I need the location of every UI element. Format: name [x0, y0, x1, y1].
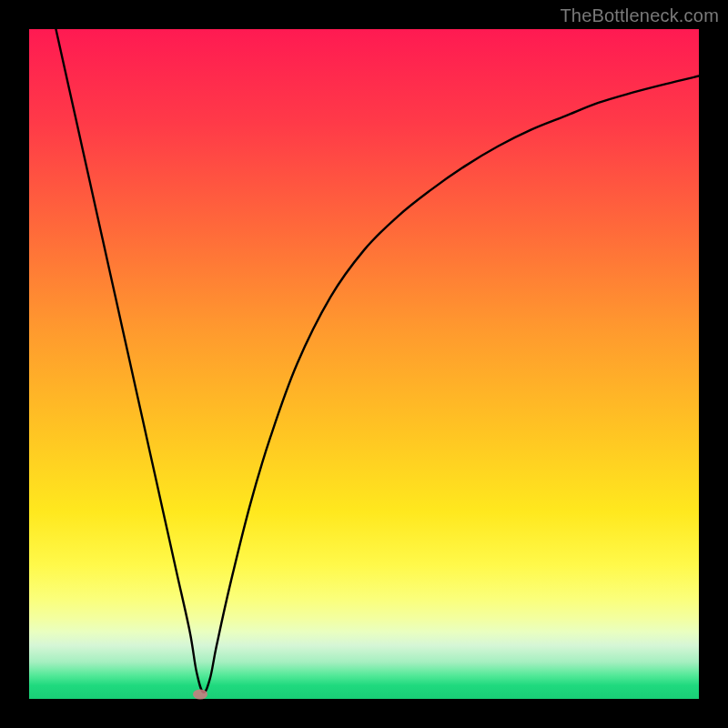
curve-svg — [29, 29, 699, 699]
chart-frame: TheBottleneck.com — [0, 0, 728, 728]
minimum-marker — [193, 689, 207, 699]
plot-area — [29, 29, 699, 699]
watermark-text: TheBottleneck.com — [560, 5, 719, 26]
bottleneck-curve-path — [56, 29, 699, 693]
